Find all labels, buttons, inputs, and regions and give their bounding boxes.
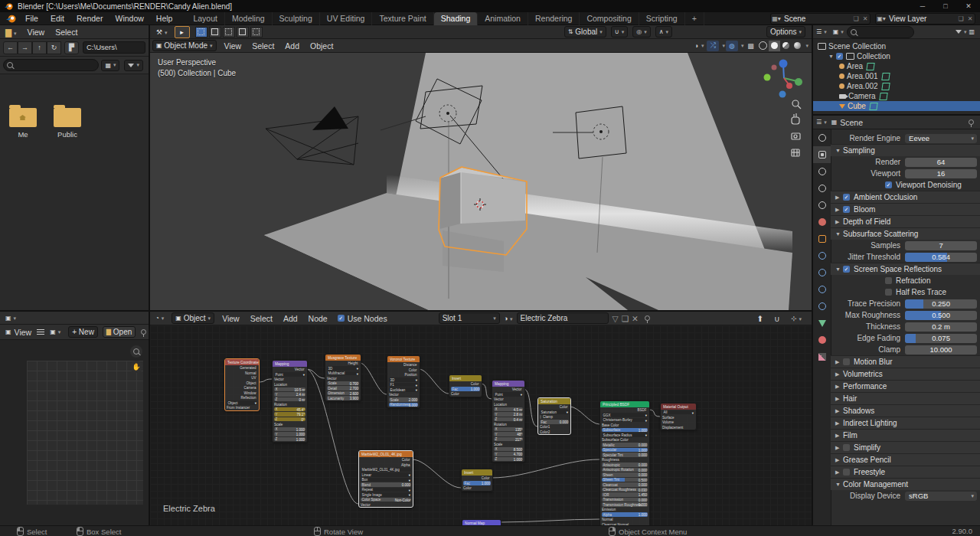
section-simplify[interactable]: ▶Simplify <box>831 441 980 453</box>
section-film[interactable]: ▶Film <box>831 429 980 441</box>
outliner-search-input[interactable] <box>847 26 914 38</box>
select-control[interactable]: Box▾ <box>361 478 411 482</box>
node-mix-saturation[interactable]: SaturationColorSaturation▾ClampFac0.000C… <box>537 397 571 435</box>
select-control[interactable]: Linear▾ <box>361 472 411 477</box>
node-node-menu[interactable]: Node <box>303 314 333 323</box>
node-material-output[interactable]: Material OutputAll▾SurfaceVolumeDisplace… <box>660 403 697 430</box>
new-collection-icon[interactable]: ▥ <box>966 28 977 35</box>
value-control[interactable]: Metallic0.000 <box>602 443 648 447</box>
outliner-row-area-002[interactable]: Area.002 <box>813 81 980 91</box>
tab-animation[interactable]: Animation <box>478 12 528 25</box>
section-ambient-occlusion[interactable]: ▶Ambient Occlusion <box>831 191 980 203</box>
select-mode-intersect-button[interactable] <box>250 27 263 38</box>
active-tool-icon[interactable]: ⚒▾ <box>154 28 170 36</box>
image-browse-control[interactable]: MarbleW2_OL01_4K.jpg <box>361 468 411 472</box>
fake-user-icon[interactable]: ▽ <box>611 314 620 323</box>
value-control[interactable]: Anisotropic0.000 <box>602 462 648 467</box>
properties-tab-object[interactable] <box>813 230 831 247</box>
go-parent-icon[interactable]: ⬆ <box>751 314 769 323</box>
value-control[interactable]: X10.5 m <box>274 387 305 392</box>
image-view-menu[interactable]: View <box>13 328 38 337</box>
node-header[interactable]: MarbleW2_OL01_4K.jpg <box>359 451 413 457</box>
field-value[interactable]: 0.500 <box>905 311 977 320</box>
select-control[interactable]: Point▾ <box>494 392 523 397</box>
value-control[interactable]: Anisotropic Rotation0.000 <box>602 468 648 472</box>
select-control[interactable]: F1▾ <box>389 383 418 387</box>
value-control[interactable]: Clearcoat Roughness0.030 <box>602 488 648 492</box>
section-motion-blur[interactable]: ▶Motion Blur <box>831 355 980 368</box>
viewport-object-menu[interactable]: Object <box>305 41 338 51</box>
slider-control[interactable]: Specular1.000 <box>602 448 648 453</box>
node-header[interactable]: Musgrave Texture <box>325 355 361 361</box>
node-select-menu[interactable]: Select <box>245 314 278 323</box>
section-performance[interactable]: ▶Performance <box>831 380 980 392</box>
node-invert-2[interactable]: InvertColorFac1.000Color <box>461 469 493 492</box>
mode-select[interactable]: ▣ Object Mode▾ <box>152 40 217 51</box>
properties-tab-scene[interactable] <box>813 197 831 214</box>
node-header[interactable]: Mapping <box>273 361 307 367</box>
value-control[interactable]: Z1.000 <box>274 437 305 442</box>
browse-image-icon[interactable]: ▣▾ <box>44 328 66 335</box>
up-button[interactable]: ↑ <box>32 41 47 54</box>
overlays-toggle[interactable]: ◍ <box>726 41 738 51</box>
value-control[interactable]: Sheen0.000 <box>602 472 648 477</box>
field-value[interactable]: 16 <box>905 169 977 178</box>
node-checkbox[interactable] <box>540 415 541 419</box>
view-layer-selector[interactable]: ▣▾ View Layer ❏ ✕ <box>875 13 975 25</box>
select-box-tool-button[interactable]: ▸ <box>175 26 190 38</box>
select-control[interactable]: Christensen-Burley▾ <box>602 418 648 423</box>
editor-type-icon[interactable]: ☰▾ <box>813 28 830 35</box>
render-engine-select[interactable]: Eevee <box>905 134 977 143</box>
path-field[interactable]: C:\Users\ <box>83 41 145 54</box>
checkbox[interactable] <box>885 289 892 296</box>
tab-+[interactable]: + <box>685 12 704 25</box>
value-control[interactable]: Y1.000 <box>274 432 305 436</box>
pan-hand-icon[interactable]: ✋ <box>130 361 142 373</box>
outliner-row-camera[interactable]: Camera <box>813 91 980 101</box>
node-add-menu[interactable]: Add <box>278 314 303 323</box>
section-checkbox[interactable] <box>843 194 850 201</box>
tab-texture-paint[interactable]: Texture Paint <box>372 12 433 25</box>
value-control[interactable]: Clearcoat0.000 <box>602 482 648 487</box>
value-control[interactable]: Transmission0.000 <box>602 498 648 502</box>
folder-item[interactable]: Me <box>9 108 37 139</box>
display-mode-button[interactable]: ▦▾ <box>101 60 119 71</box>
value-control[interactable]: Z0 m <box>274 397 305 402</box>
file-select-menu[interactable]: Select <box>50 28 83 37</box>
node-header[interactable]: Invert <box>449 375 482 381</box>
section-freestyle[interactable]: ▶Freestyle <box>831 466 980 478</box>
scene-selector[interactable]: ▦▾ Scene ❏ ✕ <box>770 13 871 25</box>
tab-modeling[interactable]: Modeling <box>225 12 273 25</box>
slider-control[interactable]: Alpha1.000 <box>602 512 648 517</box>
value-control[interactable]: X45.4° <box>274 407 305 412</box>
value-control[interactable]: X8.500 <box>494 447 523 452</box>
node-header[interactable]: Mapping <box>492 381 524 387</box>
node-image-texture[interactable]: MarbleW2_OL01_4K.jpgColorAlphaMarbleW2_O… <box>358 450 413 508</box>
tab-shading[interactable]: Shading <box>434 12 479 25</box>
field-value[interactable]: 0.075 <box>905 334 977 343</box>
shading-dropdown[interactable]: ▾ <box>805 43 808 49</box>
section-volumetrics[interactable]: ▶Volumetrics <box>831 368 980 380</box>
close-button[interactable]: ✕ <box>957 0 980 12</box>
slider-control[interactable]: Fac1.000 <box>463 481 491 485</box>
zoom-tool-icon[interactable] <box>130 345 142 358</box>
value-control[interactable]: Dimension2.600 <box>327 391 359 396</box>
menu-edit[interactable]: Edit <box>44 14 70 23</box>
outliner-row-area[interactable]: Area <box>813 61 980 71</box>
field-value[interactable]: 10.000 <box>905 345 977 355</box>
properties-tab-tool[interactable] <box>813 129 831 146</box>
properties-tab-modifiers[interactable] <box>813 247 831 264</box>
section-indirect-lighting[interactable]: ▶Indirect Lighting <box>831 417 980 429</box>
properties-tab-world[interactable] <box>813 214 831 230</box>
folder-item[interactable]: Public <box>54 108 81 139</box>
proportional-edit-toggle[interactable]: ◎▾ <box>632 26 651 38</box>
slider-control[interactable]: Randomness1.000 <box>389 403 418 407</box>
slider-control[interactable]: Subsurface1.000 <box>602 428 648 433</box>
section-screen-space-reflections[interactable]: ▼Screen Space Reflections <box>831 263 980 275</box>
node-texture-coordinate[interactable]: Texture CoordinateGeneratedNormalUVObjec… <box>224 358 260 411</box>
value-control[interactable]: Y2.8 m <box>494 412 523 417</box>
editor-type-icon[interactable]: ▇▾ <box>0 28 22 37</box>
outliner-row-collection[interactable]: ▼Collection <box>813 51 980 61</box>
node-header[interactable]: Saturation <box>538 398 570 404</box>
copy-icon[interactable]: ❏ <box>956 15 965 22</box>
